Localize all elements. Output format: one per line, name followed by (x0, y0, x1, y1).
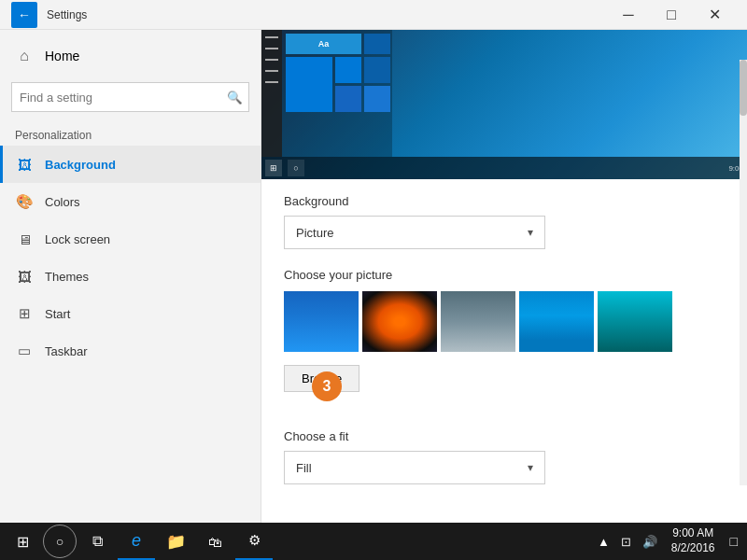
colors-nav-icon: 🎨 (15, 192, 34, 211)
background-nav-icon: 🖼 (15, 155, 34, 174)
background-label: Background (284, 194, 725, 208)
search-input[interactable] (12, 91, 220, 105)
fit-dropdown[interactable]: Fill ▾ (284, 451, 545, 484)
store-button[interactable]: 🛍 (196, 523, 233, 560)
main-area: ⌂ Home 🔍 Personalization 🖼 Background 🎨 … (0, 30, 747, 523)
background-nav-label: Background (45, 158, 116, 172)
settings-content: Background Picture ▾ Choose your picture (261, 179, 747, 518)
lockscreen-nav-label: Lock screen (45, 232, 110, 246)
close-button[interactable]: ✕ (693, 0, 736, 30)
picture-grid (284, 291, 725, 352)
colors-nav-label: Colors (45, 195, 80, 209)
background-dropdown-arrow: ▾ (528, 226, 533, 239)
back-button[interactable]: ← (11, 2, 37, 28)
search-button[interactable]: ○ (43, 525, 77, 558)
sidebar-item-colors[interactable]: 🎨 Colors (0, 183, 261, 220)
clock-date: 8/2/2016 (671, 541, 715, 556)
picture-thumb-2[interactable] (362, 291, 437, 352)
edge-button[interactable]: e (118, 523, 155, 560)
clock-time: 9:00 AM (672, 526, 713, 541)
themes-nav-label: Themes (45, 270, 89, 284)
sidebar: ⌂ Home 🔍 Personalization 🖼 Background 🎨 … (0, 30, 261, 523)
sidebar-item-start[interactable]: ⊞ Start (0, 295, 261, 332)
fit-dropdown-value: Fill (296, 461, 312, 475)
scrollbar-track[interactable] (740, 60, 747, 485)
maximize-button[interactable]: □ (650, 0, 693, 30)
background-dropdown-value: Picture (296, 226, 333, 240)
minimize-button[interactable]: ─ (607, 0, 650, 30)
lockscreen-nav-icon: 🖥 (15, 230, 34, 248)
step-badge: 3 (312, 371, 342, 401)
search-icon[interactable]: 🔍 (220, 83, 248, 111)
background-setting: Background Picture ▾ (284, 194, 725, 249)
choose-picture-label: Choose your picture (284, 268, 725, 282)
choose-fit-group: Choose a fit Fill ▾ (284, 429, 725, 484)
clock-area[interactable]: 9:00 AM 8/2/2016 (664, 525, 723, 557)
picture-thumb-3[interactable] (441, 291, 515, 352)
themes-nav-icon: 🖼 (15, 267, 34, 286)
start-nav-label: Start (45, 307, 70, 321)
network-icon[interactable]: ⊡ (616, 531, 636, 553)
explorer-button[interactable]: 📁 (157, 523, 194, 560)
home-nav-item[interactable]: ⌂ Home (0, 37, 261, 75)
title-bar-left: ← Settings (11, 2, 87, 28)
sidebar-item-taskbar[interactable]: ▭ Taskbar (0, 332, 261, 370)
choose-fit-label: Choose a fit (284, 429, 725, 443)
taskbar: ⊞ ○ ⧉ e 📁 🛍 ⚙ ▲ ⊡ 🔊 9:00 AM 8/2/2016 □ (0, 523, 747, 560)
picture-thumb-5[interactable] (598, 291, 672, 352)
picture-thumb-4[interactable] (519, 291, 594, 352)
app-title: Settings (47, 8, 87, 21)
task-view-button[interactable]: ⧉ (78, 523, 116, 560)
scrollbar-thumb[interactable] (740, 60, 747, 116)
start-button[interactable]: ⊞ (4, 523, 41, 560)
taskbar-nav-label: Taskbar (45, 344, 88, 358)
search-box[interactable]: 🔍 (11, 82, 249, 112)
home-label: Home (45, 49, 79, 63)
settings-taskbar-button[interactable]: ⚙ (235, 523, 273, 560)
background-dropdown[interactable]: Picture ▾ (284, 216, 545, 249)
picture-thumb-1[interactable] (284, 291, 359, 352)
window-controls: ─ □ ✕ (607, 0, 736, 30)
start-nav-icon: ⊞ (15, 304, 34, 323)
sys-tray: ▲ ⊡ 🔊 (593, 531, 662, 553)
sidebar-item-background[interactable]: 🖼 Background (0, 146, 261, 183)
sidebar-item-themes[interactable]: 🖼 Themes (0, 258, 261, 295)
content-area: Aa ⊞ ○ 9:00 (261, 30, 747, 523)
sidebar-item-lockscreen[interactable]: 🖥 Lock screen (0, 220, 261, 258)
settings-area: Aa ⊞ ○ 9:00 (261, 30, 747, 523)
fit-dropdown-arrow: ▾ (528, 461, 533, 474)
home-icon: ⌂ (15, 47, 34, 65)
choose-picture-group: Choose your picture Browse 3 (284, 268, 725, 411)
wallpaper-preview: Aa ⊞ ○ 9:00 (261, 30, 747, 179)
title-bar: ← Settings ─ □ ✕ (0, 0, 747, 30)
taskbar-nav-icon: ▭ (15, 342, 34, 360)
notification-button[interactable]: □ (725, 530, 743, 553)
preview-taskbar: ⊞ ○ 9:00 (261, 157, 747, 179)
arrow-up-icon[interactable]: ▲ (593, 531, 614, 553)
volume-icon[interactable]: 🔊 (638, 531, 662, 553)
section-label: Personalization (0, 123, 261, 146)
